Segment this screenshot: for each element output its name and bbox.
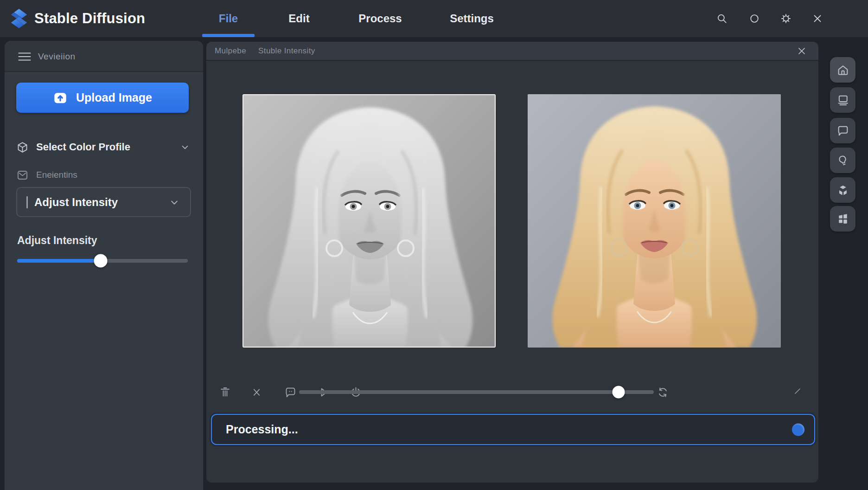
sidebar: Vevieiion Upload Image Select Color Prof…	[5, 41, 203, 490]
cube-icon	[16, 141, 29, 154]
adjust-intensity-dropdown[interactable]: Adjust Intensity	[16, 187, 191, 217]
grid-icon	[836, 213, 849, 226]
layers-icon	[836, 94, 849, 107]
processing-status-bar: Processing...	[211, 414, 815, 445]
workspace-tabstrip: Mulpebe Stuble Intensity	[206, 42, 818, 61]
comment-icon[interactable]	[284, 386, 297, 399]
rail-bulb-button[interactable]	[830, 148, 855, 173]
intensity-slider[interactable]	[17, 259, 188, 263]
menu-edit[interactable]: Edit	[278, 0, 320, 37]
intensity-slider-fill	[17, 259, 101, 263]
preview-slider[interactable]	[299, 390, 654, 394]
circle-icon[interactable]	[748, 13, 760, 25]
secondary-presets-label: Eneientins	[36, 170, 77, 180]
text-cursor-bar	[26, 196, 28, 208]
rail-box-button[interactable]	[830, 177, 855, 203]
app-window: Stable Diffusion File Edit Process Setti…	[0, 0, 868, 490]
upload-image-label: Upload Image	[76, 91, 152, 104]
rail-home-button[interactable]	[830, 57, 855, 83]
menu-settings[interactable]: Settings	[440, 0, 503, 37]
menu-file[interactable]: File	[202, 0, 255, 37]
tab-close-icon[interactable]	[796, 45, 807, 57]
cut-icon[interactable]	[250, 386, 263, 399]
chevron-down-icon	[179, 141, 191, 153]
sidebar-title: Vevieiion	[38, 41, 76, 72]
menu-process[interactable]: Process	[350, 0, 410, 37]
search-icon[interactable]	[716, 13, 728, 25]
upload-icon	[53, 91, 68, 105]
image-preview-before[interactable]	[243, 94, 496, 348]
home-icon	[836, 64, 849, 77]
tab-subtitle: Stuble Intensity	[258, 46, 315, 56]
processing-indicator-dot	[792, 423, 804, 436]
image-preview-after[interactable]	[528, 94, 781, 348]
trash-icon[interactable]	[219, 386, 231, 399]
select-color-profile-row[interactable]: Select Color Profile	[16, 136, 191, 158]
rail-chat-button[interactable]	[830, 118, 855, 143]
gear-icon[interactable]	[780, 13, 792, 25]
portrait-grayscale	[243, 95, 496, 348]
app-title: Stable Diffusion	[34, 0, 145, 37]
tab-name: Mulpebe	[215, 46, 246, 56]
preview-slider-thumb[interactable]	[612, 386, 625, 399]
chat-icon	[836, 124, 849, 137]
pencil-icon[interactable]	[792, 386, 803, 396]
intensity-slider-thumb[interactable]	[94, 254, 108, 268]
active-menu-underline	[202, 34, 255, 37]
chevron-down-icon	[168, 196, 181, 209]
top-menubar: Stable Diffusion File Edit Process Setti…	[0, 0, 868, 37]
adjust-intensity-label: Adjust Intensity	[17, 234, 97, 247]
envelope-icon	[16, 169, 29, 181]
workspace-panel: Mulpebe Stuble Intensity	[206, 42, 818, 483]
sidebar-header: Vevieiion	[5, 41, 203, 72]
stable-diffusion-logo	[8, 8, 30, 29]
rail-layers-button[interactable]	[830, 87, 855, 113]
processing-label: Processing...	[226, 423, 298, 436]
hamburger-icon[interactable]	[18, 51, 32, 62]
secondary-presets-row[interactable]: Eneientins	[16, 164, 191, 186]
close-icon[interactable]	[811, 13, 823, 25]
box-icon	[836, 184, 849, 197]
select-color-profile-label: Select Color Profile	[36, 141, 130, 153]
preview-slider-track[interactable]	[299, 390, 654, 394]
adjust-intensity-dropdown-label: Adjust Intensity	[34, 196, 118, 209]
bulb-icon	[836, 154, 849, 167]
sync-icon[interactable]	[657, 386, 669, 399]
upload-image-button[interactable]: Upload Image	[16, 83, 189, 113]
portrait-color	[528, 94, 781, 348]
rail-grid-button[interactable]	[830, 206, 855, 232]
